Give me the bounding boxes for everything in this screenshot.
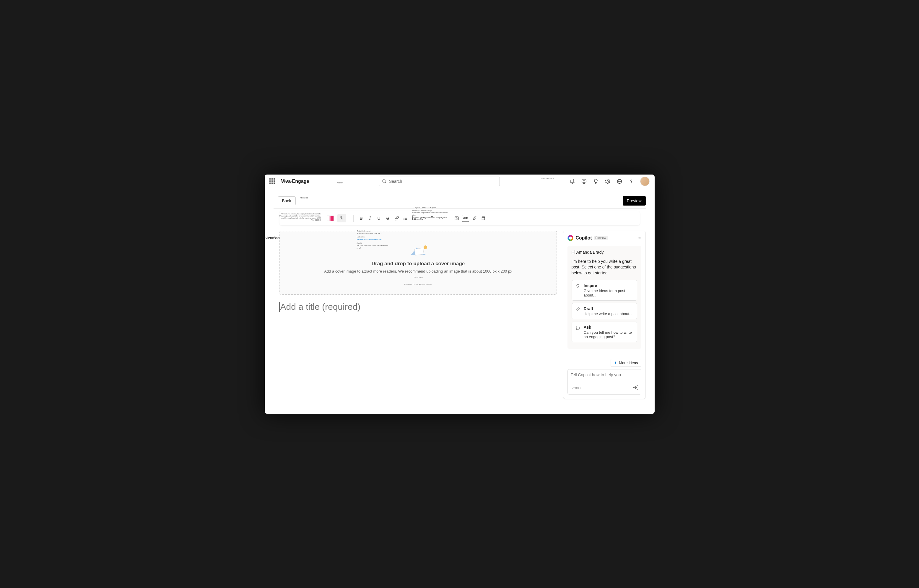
quote-button[interactable]: ” bbox=[429, 215, 436, 222]
suggestion-subtitle: Can you tell me how to write an engaging… bbox=[584, 330, 633, 339]
svg-rect-20 bbox=[455, 216, 459, 220]
dropzone-title: Drag and drop to upload a cover image bbox=[286, 261, 551, 267]
search-icon bbox=[382, 179, 387, 184]
copilot-suggestion-draft[interactable]: Draft Help me write a post about... bbox=[572, 303, 637, 319]
pencil-icon bbox=[575, 307, 581, 316]
overlay-copilot-tag: Copilot Priekšskatījums bbox=[414, 207, 437, 208]
svg-point-5 bbox=[607, 181, 609, 182]
search-box[interactable]: Priekšskatījums bbox=[379, 177, 500, 186]
editor-toolbar: Copilot Priekšskatījums Velciet un nomet… bbox=[279, 211, 640, 225]
app-launcher-icon[interactable] bbox=[270, 178, 275, 184]
copilot-input-box: 0/2000 bbox=[567, 369, 641, 394]
divider bbox=[273, 208, 646, 209]
svg-point-7 bbox=[631, 183, 632, 183]
svg-point-0 bbox=[383, 179, 385, 182]
lightbulb-icon[interactable] bbox=[593, 178, 599, 184]
dropzone-illustration bbox=[404, 243, 433, 258]
copilot-panel: Copilot Preview ✕ Hi Amanda Brady, I'm h… bbox=[563, 231, 646, 399]
copilot-header: Copilot Preview ✕ bbox=[567, 235, 641, 241]
main-columns: Nosaukuma pievienošana (obligāts) Radiet… bbox=[273, 231, 646, 399]
lightbulb-icon bbox=[575, 284, 581, 297]
bold-button[interactable]: B bbox=[358, 215, 365, 222]
image-button[interactable] bbox=[453, 215, 460, 222]
help-icon[interactable] bbox=[628, 178, 634, 184]
user-avatar[interactable] bbox=[640, 177, 649, 186]
suggestion-subtitle: Give me ideas for a post about... bbox=[584, 289, 633, 297]
svg-point-3 bbox=[583, 181, 584, 181]
numbered-list-button[interactable]: 123 bbox=[411, 215, 418, 222]
copilot-suggestion-ask[interactable]: Ask Can you tell me how to write an enga… bbox=[572, 321, 637, 342]
suggestion-title: Draft bbox=[584, 306, 633, 311]
editor-column: Nosaukuma pievienošana (obligāts) Radiet… bbox=[273, 231, 557, 399]
app-window: Viva Engage Meklēt Viva Engage Priekšska… bbox=[265, 174, 655, 414]
copilot-logo-icon bbox=[567, 235, 573, 241]
suggestion-subtitle: Help me write a post about... bbox=[584, 312, 633, 316]
cover-image-dropzone[interactable]: Radiet iedvesmot Sniedziet man idejas zi… bbox=[279, 231, 557, 295]
svg-point-4 bbox=[585, 181, 585, 181]
italic-button[interactable]: I bbox=[367, 215, 374, 222]
copilot-send-button[interactable] bbox=[633, 385, 638, 391]
search-input[interactable] bbox=[389, 179, 497, 184]
action-bar: Back Preview bbox=[273, 194, 646, 208]
settings-icon[interactable] bbox=[605, 178, 611, 184]
strikethrough-button[interactable]: S bbox=[384, 215, 391, 222]
back-button[interactable]: Back bbox=[278, 196, 296, 205]
underline-button[interactable]: U bbox=[375, 215, 383, 222]
copilot-title: Copilot bbox=[576, 235, 592, 241]
app-header: Viva Engage Priekšskatījums bbox=[265, 174, 655, 189]
suggestion-title: Inspire bbox=[584, 283, 633, 288]
sparkle-icon: ✦ bbox=[614, 360, 617, 365]
app-name: Viva Engage bbox=[281, 179, 309, 184]
code-button[interactable]: </> bbox=[420, 215, 427, 222]
post-title-input[interactable] bbox=[279, 302, 563, 312]
header-icons bbox=[569, 177, 649, 186]
copilot-body: Hi Amanda Brady, I'm here to help you wr… bbox=[567, 246, 641, 349]
copilot-char-count: 0/2000 bbox=[571, 386, 581, 390]
copilot-description: I'm here to help you write a great post.… bbox=[572, 259, 637, 276]
copilot-more-ideas-button[interactable]: ✦ More ideas bbox=[611, 359, 641, 367]
suggestion-title: Ask bbox=[584, 325, 633, 330]
bulleted-list-button[interactable] bbox=[402, 215, 409, 222]
copilot-preview-badge: Preview bbox=[594, 236, 608, 240]
content-area: Back Preview Copilot Priekšskatījums Vel… bbox=[265, 189, 655, 414]
dropzone-subtitle: Add a cover image to attract more reader… bbox=[286, 268, 551, 275]
svg-point-21 bbox=[455, 217, 456, 218]
preview-button[interactable]: Preview bbox=[623, 196, 646, 205]
svg-rect-22 bbox=[482, 216, 485, 220]
globe-icon[interactable] bbox=[617, 178, 622, 184]
cover-thumbnail bbox=[327, 216, 334, 221]
book-button[interactable] bbox=[480, 215, 487, 222]
svg-text:3: 3 bbox=[412, 218, 413, 220]
emoji-icon[interactable] bbox=[581, 178, 587, 184]
copilot-greeting: Hi Amanda Brady, bbox=[572, 250, 637, 255]
divider bbox=[273, 192, 646, 192]
copilot-icon bbox=[339, 216, 344, 221]
dropzone-tiny-tell: Pastāstiet Copilot, kā jums palīdzēt bbox=[286, 284, 551, 285]
svg-line-1 bbox=[385, 182, 386, 183]
notifications-icon[interactable] bbox=[569, 178, 575, 184]
copilot-prompt-input[interactable] bbox=[571, 372, 638, 378]
dropzone-tiny-more: Vairāk ideju bbox=[286, 276, 551, 278]
gif-button[interactable]: GIF bbox=[462, 215, 469, 222]
link-button[interactable] bbox=[393, 215, 400, 222]
overlay-suggestion-ghost: Radiet iedvesmot Sniedziet man idejas zi… bbox=[357, 230, 389, 250]
attachment-button[interactable] bbox=[471, 215, 478, 222]
copilot-close-button[interactable]: ✕ bbox=[638, 236, 641, 241]
svg-point-2 bbox=[582, 179, 586, 184]
overlay-dropzone-hint: Velciet un nometiet, lai augšupielādētu … bbox=[279, 213, 321, 221]
copilot-suggestion-inspire[interactable]: Inspire Give me ideas for a post about..… bbox=[572, 280, 637, 300]
chat-icon bbox=[575, 325, 581, 339]
copilot-toolbar-button[interactable] bbox=[338, 214, 346, 222]
more-formatting-button[interactable]: ⋯ bbox=[438, 215, 444, 222]
